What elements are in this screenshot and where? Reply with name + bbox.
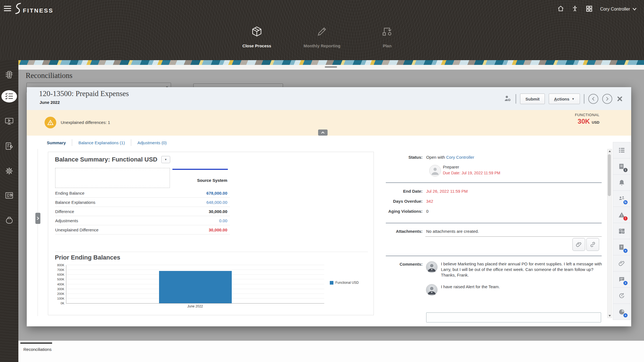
divider [425, 236, 602, 237]
document-info-icon[interactable]: i [613, 158, 630, 175]
band-collapse-handle[interactable] [325, 66, 337, 68]
balance-summary-row[interactable]: Adjustments 0.00 [55, 216, 230, 225]
row-header-placeholder [55, 168, 170, 188]
plan-icon [381, 33, 393, 38]
pencil-icon [316, 33, 328, 38]
divider [516, 94, 516, 104]
submit-button[interactable]: Submit [520, 94, 545, 104]
row-value: 30,000.00 [209, 228, 230, 232]
sidebar-item-reports[interactable] [0, 187, 18, 204]
aging-violations-row: Aging Violations: 0 [386, 209, 603, 214]
sidebar-item-matching[interactable] [0, 67, 18, 84]
dialog-header: 120-13500: Prepaid Expenses June 2022 ? … [27, 87, 631, 110]
dialog-scrollbar[interactable] [607, 149, 612, 318]
balance-summary-rows: Ending Balance 678,000.00 Balance Explan… [55, 189, 230, 234]
tab-summary[interactable]: Summary [47, 140, 66, 145]
assignee-help-icon[interactable]: ? [503, 94, 512, 104]
balance-summary-row[interactable]: Unexplained Difference 30,000.00 [55, 225, 230, 234]
history-icon[interactable] [613, 288, 630, 304]
home-icon[interactable] [557, 5, 564, 13]
prior-ending-balances-chart: 0K100K200K300K400K500K600K700K800K June … [48, 265, 324, 303]
sidebar-item-journals[interactable] [0, 138, 18, 155]
app-bar: FITNESS Cory Controller [0, 0, 644, 18]
warning-banner: Unexplained differences: 1 FUNCTIONAL 30… [27, 110, 631, 136]
warnings-icon[interactable]: ! [613, 207, 630, 223]
svg-text:?: ? [621, 245, 623, 249]
status-user-link[interactable]: Cory Controller [446, 155, 474, 160]
end-date-row: End Date: Jul 26, 2022 11:59 PM [386, 189, 603, 194]
divider [386, 182, 602, 183]
next-record-button[interactable] [602, 94, 612, 104]
row-value: 30,000.00 [209, 209, 230, 214]
workflow-due-date: Due Date: Jul 19, 2022 11:59 PM [443, 171, 500, 175]
worklist-monitor-icon [4, 117, 14, 126]
reports-icon [4, 191, 14, 200]
divider [55, 252, 368, 252]
left-sidebar [0, 60, 18, 362]
reconciliation-dialog: 120-13500: Prepaid Expenses June 2022 ? … [27, 87, 631, 326]
banner-collapse-button[interactable] [318, 129, 328, 136]
journals-icon [4, 141, 14, 151]
panel-divider [38, 149, 38, 316]
scroll-down-icon[interactable] [608, 314, 612, 318]
balance-summary-row[interactable]: Balance Explanations 648,000.00 [55, 198, 230, 207]
currency-view-dropdown[interactable]: ▼ [161, 156, 170, 163]
related-items-icon[interactable] [613, 223, 630, 239]
divider [584, 94, 584, 104]
page-title: Reconciliations [26, 71, 72, 80]
dialog-period: June 2022 [40, 100, 60, 105]
close-icon[interactable] [616, 95, 623, 102]
add-attachment-button[interactable] [572, 238, 585, 251]
nav-item-monthly-reporting[interactable]: Monthly Reporting [298, 18, 346, 60]
alerts-bell-icon[interactable] [613, 175, 630, 191]
accessibility-icon[interactable] [572, 5, 578, 13]
panel-expander-button[interactable] [35, 213, 40, 224]
nav-band: Close Process Monthly Reporting Plan [0, 18, 644, 60]
menu-icon[interactable] [4, 6, 11, 12]
tab-adjustments[interactable]: Adjustments (0) [137, 140, 167, 145]
bottom-tab-reconciliations[interactable]: Reconciliations [23, 347, 52, 352]
warning-message: Unexplained differences: 1 [61, 120, 110, 125]
divider [72, 139, 72, 146]
scrollbar-thumb[interactable] [608, 154, 611, 196]
sidebar-item-worklist[interactable] [0, 113, 18, 130]
workflow-role: Preparer [443, 165, 459, 169]
divider [386, 223, 602, 223]
end-date-value: Jul 26, 2022 11:59 PM [426, 189, 468, 194]
time-summary-icon[interactable]: + [613, 304, 630, 320]
balance-summary-row[interactable]: Ending Balance 678,000.00 [55, 189, 230, 198]
sidebar-item-settings[interactable] [0, 163, 18, 179]
scroll-up-icon[interactable] [608, 149, 612, 153]
bottom-tab-bar: Reconciliations [18, 341, 644, 362]
balance-summary-row[interactable]: Difference 30,000.00 [55, 207, 230, 216]
nav-item-close-process[interactable]: Close Process [233, 18, 280, 60]
workflow-users-icon[interactable]: ↻ [613, 191, 630, 207]
right-icon-rail: i ↻ ! ? + [613, 142, 631, 320]
list-icon[interactable] [613, 142, 630, 158]
new-comment-input[interactable] [426, 312, 601, 322]
row-value: 678,000.00 [206, 191, 230, 195]
brand[interactable]: FITNESS [13, 2, 53, 17]
nav-item-plan[interactable]: Plan [364, 18, 411, 60]
comments-icon[interactable]: + [613, 272, 630, 288]
sidebar-item-reconciliations[interactable] [0, 88, 18, 105]
attachments-icon[interactable] [613, 255, 630, 272]
attachments-empty-text: No attachments are created. [426, 229, 479, 234]
currency-code: USD [592, 120, 599, 124]
actions-button[interactable]: Actions▼ [549, 94, 580, 104]
status-row: Status: Open with Cory Controller [386, 155, 603, 160]
balance-summary-card: Balance Summary: Functional USD ▼ Source… [48, 152, 374, 315]
row-label: Difference [55, 209, 74, 214]
sidebar-item-budget[interactable] [0, 212, 18, 229]
questions-icon[interactable]: ? + [613, 239, 630, 255]
comment-avatar [426, 261, 438, 273]
comment-text: I have raised Alert for the Team. [441, 284, 608, 290]
apps-grid-icon[interactable] [586, 5, 593, 13]
tab-balance-explanations[interactable]: Balance Explanations (1) [78, 140, 125, 145]
comment-item: I believe Marketing has placed their ann… [426, 261, 610, 278]
chevron-down-icon [632, 8, 637, 11]
user-menu[interactable]: Cory Controller [600, 7, 637, 12]
previous-record-button[interactable] [588, 94, 598, 104]
add-link-button[interactable] [586, 238, 599, 251]
preparer-avatar [429, 165, 441, 177]
